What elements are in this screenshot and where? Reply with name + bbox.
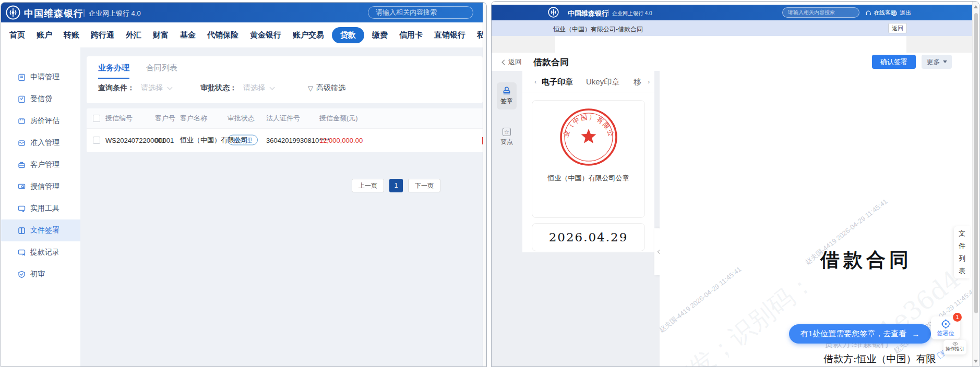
left-browser-window: 中国维森银行 | 企业网上银行 4.0 请输入相关内容搜索 首页 账户 转账 跨… [1,2,487,367]
more-button[interactable]: 更多 [922,55,952,69]
sidebar-item-preliminary-review[interactable]: 初审 [1,263,80,285]
left-scrollbar[interactable] [483,3,486,366]
sidebar-item-file-signing-active[interactable]: 文件签署 [1,219,80,241]
nav-item-interbank[interactable]: 跨行通 [85,28,120,43]
sidebar-item-tools[interactable]: 实用工具 [1,198,80,219]
status-select[interactable]: 请选择 [243,83,265,93]
document-title: 借款合同 [820,247,912,273]
nav-item-loans-active[interactable]: 贷款 [332,27,364,43]
sidebar-item-withdrawal-records[interactable]: 提款记录 [1,241,80,263]
sidebar-item-house-appraisal[interactable]: 房价评估 [1,110,80,132]
sidebar-item-customer-mgmt[interactable]: 客户管理 [1,154,80,176]
sidebar-item-credit-loan[interactable]: 受信贷 [1,88,80,110]
nav-item-credit-card[interactable]: 信用卡 [393,28,428,43]
operation-guide-button[interactable]: 操作指引 [943,340,966,354]
table-row[interactable]: WS2024072200001 00001 恒业（中国）有限公司 待办理 360… [87,128,486,152]
right-scrollbar[interactable] [972,2,979,366]
nav-item-gold[interactable]: 黄金银行 [244,28,287,43]
confirm-sign-button[interactable]: 确认签署 [872,55,916,69]
breadcrumb-back-button[interactable]: 返回 [888,23,907,33]
chevron-down-icon [168,85,173,90]
next-page-button[interactable]: 下一页 [408,179,440,192]
seal-panel: ‹ 电子印章 Ukey印章 移 › 恒业（中国）有限公司 恒业（中国）有限公司公… [522,71,654,252]
nav-item-account-trade[interactable]: 账户交易 [287,28,330,43]
chevron-down-icon [270,85,275,90]
tab-contract-list[interactable]: 合同列表 [146,63,177,79]
nav-item-accounts[interactable]: 账户 [31,28,58,43]
row-checkbox[interactable] [93,137,100,144]
table-header-row: 授信编号 客户号 客户名称 审批状态 法人证件号 授信金额(元) [87,108,486,128]
header-divider: | [83,8,85,17]
prev-page-button[interactable]: 上一页 [352,179,384,192]
filter-card: 业务办理 合同列表 查询条件： 请选择 审批状态： 请选择 ▽ 高级筛选 [87,56,483,103]
tabs-scroll-left-icon[interactable]: ‹ [534,78,536,85]
nav-item-forex[interactable]: 外汇 [120,28,147,43]
content-tabs: 业务办理 合同列表 [98,63,177,79]
bank-logo-icon [6,5,20,22]
tab-business-handling[interactable]: 业务办理 [98,63,129,79]
scroll-down-icon[interactable] [974,360,978,363]
nav-item-transfer[interactable]: 转账 [58,28,85,43]
status-badge: 待办理 [228,135,258,145]
credit-amount: 12,000,000.00 [319,137,363,144]
header-divider: | [607,8,609,16]
logout-link[interactable]: 退出 [891,9,911,17]
rail-item-key-points[interactable]: ☆ 要点 [497,124,517,150]
tabs-scroll-right-icon[interactable]: › [648,78,650,85]
select-all-checkbox[interactable] [93,115,100,122]
scroll-up-icon[interactable] [974,5,978,8]
back-button[interactable]: 返回 [503,57,522,67]
tab-ukey-seal[interactable]: Ukey印章 [586,77,619,87]
sidebar-item-application-mgmt[interactable]: 申请管理 [1,66,80,88]
search-input[interactable]: 请输入相关内容搜索 [782,7,859,18]
tab-electronic-seal[interactable]: 电子印章 [542,77,573,87]
sidebar-item-access-mgmt[interactable]: 准入管理 [1,132,80,154]
product-name: 企业网上银行 4.0 [612,10,652,17]
right-top-header: 中国维森银行 | 企业网上银行 4.0 请输入相关内容搜索 在线客服 退出 [492,5,979,20]
left-top-header: 中国维森银行 | 企业网上银行 4.0 请输入相关内容搜索 [1,3,486,22]
tab-mobile-clipped[interactable]: 移 [634,77,641,87]
nav-item-wealth[interactable]: 财富 [147,28,174,43]
pagination: 上一页 1 下一页 [352,179,440,192]
bank-name: 中国维森银行 [24,7,83,20]
chevron-left-icon [502,59,507,65]
nav-item-direct-bank[interactable]: 直销银行 [428,28,471,43]
star-box-icon: ☆ [503,128,511,136]
funnel-icon: ▽ [308,84,313,92]
customer-no: 00001 [155,137,174,144]
contract-document: 赵夫国-4419 2026-04-29 11:45:41 赵夫国-4419 20… [660,71,972,366]
search-input[interactable]: 请输入相关内容搜索 [368,6,473,19]
seal-card[interactable]: 恒业（中国）有限公司 恒业（中国）有限公司公章 [532,100,645,218]
headset-icon [865,10,871,16]
breadcrumb-bar: 恒业（中国）有限公司-借款合同 返回 [492,20,979,36]
bank-logo-icon [548,7,559,20]
signing-main: 签章 ☆ 要点 ‹ 电子印章 Ukey印章 移 › 恒业（中国）有限公司 [492,71,979,366]
nav-item-insurance[interactable]: 代销保险 [201,28,244,43]
nav-item-payment[interactable]: 缴费 [366,28,393,43]
advanced-filter-button[interactable]: ▽ 高级筛选 [308,83,345,93]
chevron-down-icon [943,60,947,63]
seal-date-card[interactable]: 2026.04.29 [532,223,645,251]
query-select[interactable]: 请选择 [141,83,163,93]
nav-item-home[interactable]: 首页 [4,28,31,43]
bank-name: 中国维森银行 [568,9,608,18]
arrow-right-icon: → [912,329,919,338]
sign-location-toast[interactable]: 有1处位置需要您签章，去查看 → [789,324,931,344]
credit-table: 授信编号 客户号 客户名称 审批状态 法人证件号 授信金额(元) WS20240… [87,108,486,152]
nav-item-funds[interactable]: 基金 [174,28,201,43]
page-margin-strip [492,36,979,53]
filter-row: 查询条件： 请选择 审批状态： 请选择 ▽ 高级筛选 [98,83,345,93]
file-list-tab[interactable]: 文 件 列 表 [954,226,970,278]
filter-label-query: 查询条件： [98,83,135,93]
svg-text:恒业（中国）有限公司: 恒业（中国）有限公司 [558,107,615,138]
scrollbar-thumb[interactable] [974,13,978,313]
primary-nav: 首页 账户 转账 跨行通 外汇 财富 基金 代销保险 黄金银行 账户交易 贷款 … [1,22,486,47]
eye-icon [952,342,958,346]
filter-label-status: 审批状态： [200,83,237,93]
sidebar-item-credit-mgmt[interactable]: 授信管理 [1,176,80,198]
current-page[interactable]: 1 [389,179,403,192]
seal-caption: 恒业（中国）有限公司公章 [543,173,635,184]
breadcrumb: 恒业（中国）有限公司-借款合同 [553,25,643,34]
rail-item-seal-active[interactable]: 签章 [497,82,517,109]
target-icon [940,319,951,329]
